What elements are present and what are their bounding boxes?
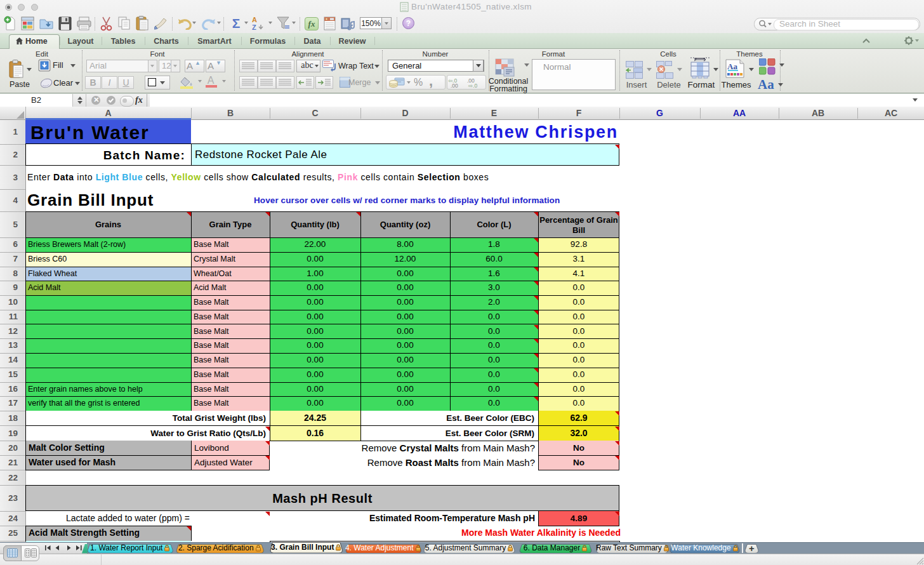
svg-text:.00: .00: [451, 83, 458, 88]
svg-text:Z: Z: [252, 23, 256, 31]
svg-text:Aa: Aa: [727, 62, 737, 71]
svg-text:⇨.0: ⇨.0: [468, 83, 477, 88]
svg-text:A: A: [252, 16, 257, 23]
